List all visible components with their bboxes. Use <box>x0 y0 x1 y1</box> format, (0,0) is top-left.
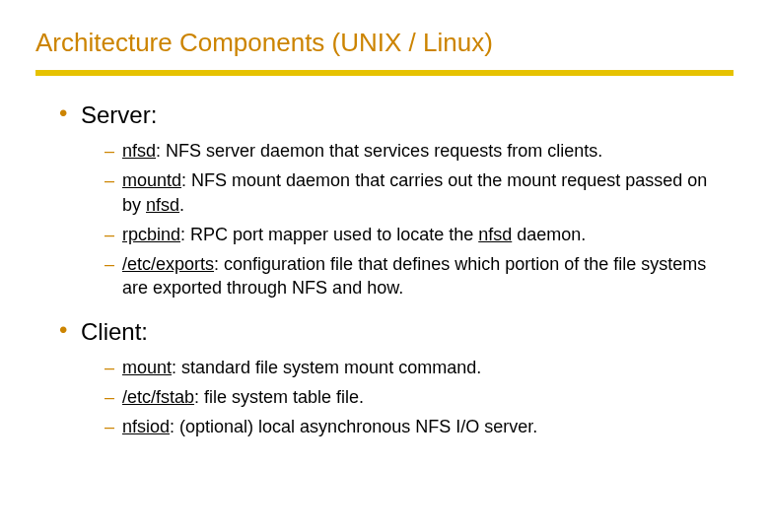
list-item: nfsiod: (optional) local asynchronous NF… <box>105 415 714 438</box>
item-desc: : NFS server daemon that services reques… <box>156 141 602 161</box>
slide-content: Server:nfsd: NFS server daemon that serv… <box>35 101 734 439</box>
item-trailing: daemon. <box>512 225 586 244</box>
item-trailing-term: nfsd <box>478 225 512 244</box>
item-desc: : standard file system mount command. <box>172 358 481 377</box>
list-item: /etc/exports: configuration file that de… <box>105 252 714 300</box>
item-list: mount: standard file system mount comman… <box>105 356 714 439</box>
item-trailing-term: nfsd <box>146 195 179 215</box>
item-desc: : (optional) local asynchronous NFS I/O … <box>170 417 537 436</box>
item-trailing: . <box>179 195 184 215</box>
item-desc: : RPC port mapper used to locate the <box>180 225 478 244</box>
section-heading: Server: <box>59 101 734 129</box>
item-desc: : NFS mount daemon that carries out the … <box>122 170 707 214</box>
item-term: nfsd <box>122 141 156 161</box>
item-desc: : file system table file. <box>194 387 364 407</box>
list-item: mount: standard file system mount comman… <box>105 356 714 379</box>
section-heading: Client: <box>59 318 734 346</box>
list-item: nfsd: NFS server daemon that services re… <box>105 139 714 163</box>
item-term: mount <box>122 358 172 377</box>
list-item: rpcbind: RPC port mapper used to locate … <box>105 223 714 246</box>
item-term: /etc/fstab <box>122 387 194 407</box>
item-term: nfsiod <box>122 417 170 436</box>
title-rule <box>35 70 734 76</box>
list-item: /etc/fstab: file system table file. <box>105 385 714 409</box>
list-item: mountd: NFS mount daemon that carries ou… <box>105 168 714 217</box>
item-term: rpcbind <box>122 225 180 244</box>
section-block: Server:nfsd: NFS server daemon that serv… <box>35 101 734 300</box>
section-block: Client:mount: standard file system mount… <box>35 318 734 439</box>
item-term: mountd <box>122 170 181 190</box>
item-term: /etc/exports <box>122 254 214 274</box>
slide-title: Architecture Components (UNIX / Linux) <box>35 28 734 58</box>
item-list: nfsd: NFS server daemon that services re… <box>105 139 714 300</box>
